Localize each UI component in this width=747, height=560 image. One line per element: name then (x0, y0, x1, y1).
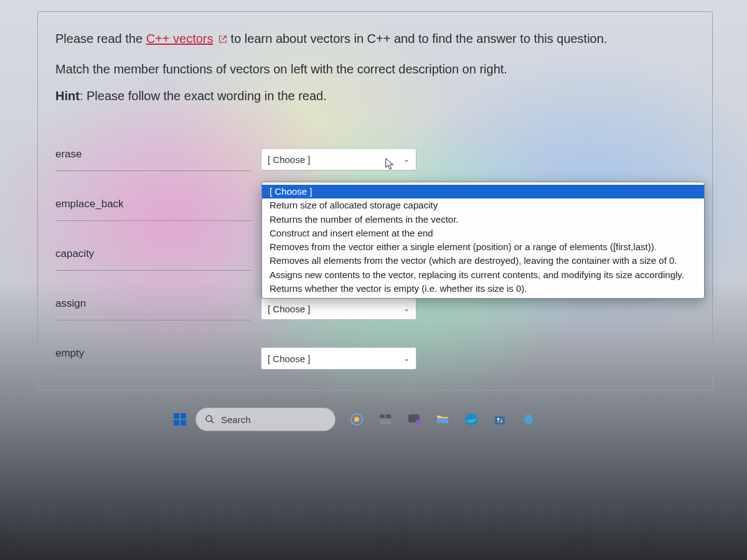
dropdown-option[interactable]: Removes all elements from the vector (wh… (262, 254, 704, 268)
select-value: [ Choose ] (268, 353, 310, 364)
search-icon (205, 414, 215, 424)
external-link-icon (218, 30, 227, 39)
svg-rect-13 (437, 418, 448, 423)
chat-icon (406, 412, 421, 427)
divider (55, 270, 251, 271)
divider (55, 370, 251, 370)
tray-expand[interactable]: ⌃ (731, 408, 740, 420)
select-value: [ Choose ] (268, 154, 310, 165)
select-empty[interactable]: [ Choose ] ⌄ (261, 347, 416, 370)
svg-rect-0 (174, 413, 179, 419)
match-row-erase: erase [ Choose ] ⌄ (55, 134, 695, 184)
svg-rect-1 (181, 413, 186, 419)
instruction-text: Match the member functions of vectors on… (55, 62, 695, 77)
taskbar-app-explorer[interactable] (431, 408, 454, 431)
chevron-down-icon: ⌄ (403, 354, 410, 363)
taskview-icon (378, 412, 393, 427)
hint-text: Hint: Please follow the exact wording in… (55, 89, 695, 103)
svg-rect-16 (497, 418, 499, 420)
taskbar-icons (345, 408, 540, 431)
taskbar-app-taskview[interactable] (374, 408, 397, 431)
svg-rect-17 (500, 418, 502, 420)
copilot-icon (349, 412, 364, 427)
svg-rect-9 (386, 414, 391, 418)
match-label: assign (55, 297, 261, 314)
windows-icon (172, 412, 187, 427)
match-label: capacity (55, 248, 261, 264)
intro-before: Please read the (55, 32, 146, 45)
match-label: emplace_back (55, 198, 261, 214)
intro-after: to learn about vectors in C++ and to fin… (231, 32, 608, 45)
svg-point-7 (354, 417, 359, 422)
taskbar-app-generic[interactable] (517, 408, 540, 431)
taskbar: Search (168, 404, 540, 434)
start-button[interactable] (168, 408, 192, 431)
dropdown-option[interactable]: Returns whether the vector is empty (i.e… (262, 282, 704, 296)
dropdown-panel: [ Choose ] Return size of allocated stor… (261, 182, 705, 299)
dropdown-option[interactable]: Construct and insert element at the end (262, 226, 704, 240)
chevron-down-icon: ⌄ (403, 155, 410, 164)
divider (55, 220, 251, 221)
chevron-down-icon: ⌄ (403, 304, 410, 313)
dropdown-option[interactable]: Return size of allocated storage capacit… (262, 198, 704, 212)
svg-line-5 (211, 421, 214, 423)
search-placeholder: Search (221, 414, 251, 425)
divider (55, 320, 251, 320)
svg-point-12 (416, 419, 421, 424)
svg-rect-19 (500, 421, 502, 422)
intro-text: Please read the C++ vectors to learn abo… (55, 29, 695, 49)
dropdown-option[interactable]: Removes from the vector either a single … (262, 240, 704, 254)
svg-point-4 (206, 416, 212, 421)
select-assign[interactable]: [ Choose ] ⌄ (261, 297, 416, 320)
edge-icon (464, 412, 479, 427)
match-row-empty: empty [ Choose ] ⌄ (55, 334, 695, 383)
app-icon (521, 412, 536, 427)
taskbar-app-store[interactable] (489, 408, 511, 431)
taskbar-app-chat[interactable] (403, 408, 425, 431)
match-label: erase (55, 148, 261, 164)
match-label: empty (55, 347, 261, 363)
svg-rect-2 (174, 420, 179, 426)
taskbar-app-edge[interactable] (460, 408, 482, 431)
dropdown-option[interactable]: [ Choose ] (262, 185, 704, 198)
select-value: [ Choose ] (268, 304, 310, 314)
taskbar-search[interactable]: Search (195, 408, 336, 431)
divider (55, 170, 251, 171)
taskbar-app-copilot[interactable] (345, 408, 368, 431)
hint-body: : Please follow the exact wording in the… (80, 89, 327, 103)
dropdown-option[interactable]: Assigns new contents to the vector, repl… (262, 268, 704, 282)
svg-rect-8 (380, 414, 385, 418)
dropdown-option[interactable]: Returns the number of elements in the ve… (262, 213, 704, 226)
cursor-icon (385, 157, 396, 171)
chevron-up-icon: ⌃ (731, 409, 740, 419)
svg-rect-3 (181, 420, 186, 426)
svg-rect-18 (497, 421, 499, 422)
hint-label: Hint (55, 89, 80, 103)
folder-icon (435, 412, 450, 427)
store-icon (492, 412, 507, 427)
svg-rect-10 (380, 419, 391, 424)
svg-rect-15 (495, 416, 505, 424)
cpp-vectors-link[interactable]: C++ vectors (146, 32, 214, 45)
